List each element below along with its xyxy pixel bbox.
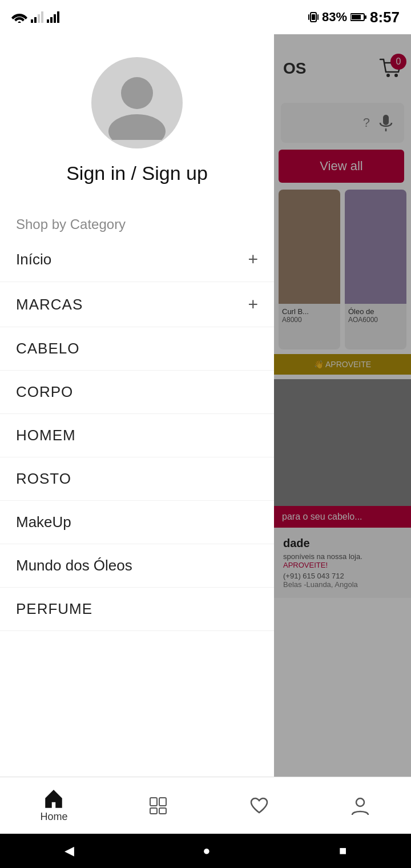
svg-rect-25 <box>159 808 166 814</box>
status-right: 83% 8:57 <box>308 9 400 26</box>
drawer-menu-label-5: ROSTO <box>16 470 71 488</box>
status-bar: 83% 8:57 <box>0 0 411 34</box>
drawer-menu-item-8[interactable]: PERFUME <box>0 588 274 631</box>
svg-point-17 <box>108 114 166 140</box>
palette-icon <box>148 795 168 816</box>
svg-point-26 <box>356 798 364 806</box>
svg-rect-1 <box>31 19 33 23</box>
drawer-menu-label-3: CORPO <box>16 383 73 401</box>
drawer-menu-item-2[interactable]: CABELO <box>0 327 274 371</box>
svg-point-0 <box>18 22 21 23</box>
nav-wishlist[interactable] <box>249 795 269 816</box>
svg-rect-5 <box>47 19 49 23</box>
svg-rect-7 <box>54 14 56 23</box>
category-section-title: Shop by Category <box>0 207 274 237</box>
drawer-menu-item-4[interactable]: HOMEM <box>0 414 274 457</box>
status-left <box>11 11 59 23</box>
svg-rect-14 <box>352 15 361 19</box>
home-icon <box>43 788 64 809</box>
time-display: 8:57 <box>370 9 400 26</box>
expand-icon-0[interactable]: + <box>248 250 258 269</box>
drawer-menu-label-0: Início <box>16 251 51 268</box>
avatar-icon <box>100 66 174 140</box>
signal2-icon <box>47 11 59 23</box>
svg-rect-22 <box>150 798 157 806</box>
wifi-icon <box>11 11 27 23</box>
svg-rect-6 <box>50 17 53 23</box>
svg-point-16 <box>121 77 153 109</box>
svg-rect-2 <box>34 17 37 23</box>
drawer-menu-item-0[interactable]: Início+ <box>0 237 274 282</box>
right-content-panel: OS 0 ? View all <box>274 34 411 834</box>
signal-icon <box>31 11 43 23</box>
heart-icon <box>249 795 269 816</box>
nav-home[interactable]: Home <box>40 788 67 823</box>
recents-button[interactable]: ■ <box>339 843 346 858</box>
svg-rect-11 <box>308 14 309 20</box>
system-nav-bar: ◀ ● ■ <box>0 834 411 868</box>
drawer-menu-label-4: HOMEM <box>16 427 76 444</box>
drawer-menu-item-5[interactable]: ROSTO <box>0 457 274 501</box>
nav-profile[interactable] <box>350 795 370 816</box>
svg-rect-23 <box>159 798 166 806</box>
drawer-menu-label-7: Mundo dos Óleos <box>16 557 132 574</box>
drawer-menu-label-6: MakeUp <box>16 513 71 531</box>
drawer-menu-label-1: MARCAS <box>16 296 83 314</box>
vibrate-icon <box>308 11 319 23</box>
svg-rect-3 <box>38 14 40 23</box>
drawer-overlay[interactable] <box>274 34 411 834</box>
drawer-panel: Sign in / Sign up Shop by Category Iníci… <box>0 34 274 834</box>
nav-home-label: Home <box>40 811 67 823</box>
svg-rect-8 <box>57 11 59 23</box>
avatar[interactable] <box>91 57 183 148</box>
back-button[interactable]: ◀ <box>65 843 74 858</box>
drawer-profile: Sign in / Sign up <box>0 34 274 207</box>
battery-percent: 83% <box>322 10 347 25</box>
main-container: Sign in / Sign up Shop by Category Iníci… <box>0 34 411 834</box>
drawer-menu-item-6[interactable]: MakeUp <box>0 501 274 544</box>
drawer-menu: Início+MARCAS+CABELOCORPOHOMEMROSTOMakeU… <box>0 237 274 834</box>
bottom-nav: Home <box>0 777 411 834</box>
battery-icon <box>350 12 366 22</box>
svg-rect-12 <box>317 14 319 20</box>
drawer-menu-item-7[interactable]: Mundo dos Óleos <box>0 544 274 588</box>
svg-rect-10 <box>312 14 315 20</box>
drawer-menu-label-8: PERFUME <box>16 600 92 618</box>
home-button[interactable]: ● <box>203 843 210 858</box>
svg-rect-15 <box>365 15 366 19</box>
profile-nav-icon <box>350 795 370 816</box>
drawer-menu-item-3[interactable]: CORPO <box>0 371 274 414</box>
nav-palette[interactable] <box>148 795 168 816</box>
svg-rect-4 <box>41 11 43 23</box>
sign-in-button[interactable]: Sign in / Sign up <box>66 162 208 184</box>
drawer-menu-label-2: CABELO <box>16 340 80 357</box>
expand-icon-1[interactable]: + <box>248 295 258 314</box>
drawer-menu-item-1[interactable]: MARCAS+ <box>0 282 274 327</box>
svg-rect-24 <box>150 808 157 814</box>
